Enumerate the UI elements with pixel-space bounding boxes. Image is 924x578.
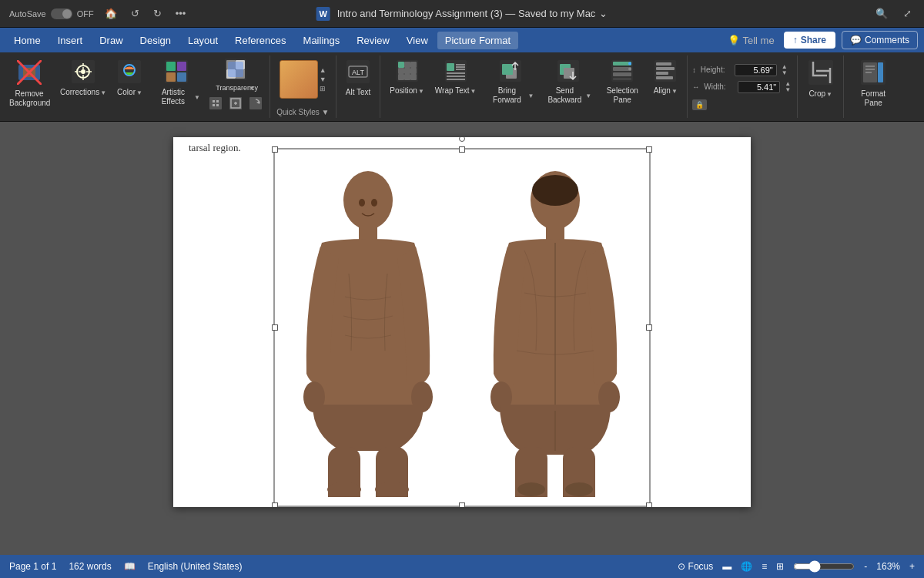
width-down-btn[interactable]: ▼ [783, 87, 792, 93]
focus-button[interactable]: ⊙ Focus [678, 561, 714, 572]
position-button[interactable]: Position ▼ [385, 57, 429, 99]
format-pane-icon [861, 60, 886, 88]
color-button[interactable]: Color ▼ [112, 57, 147, 100]
alt-text-label: Alt Text [346, 88, 371, 97]
format-pane-button[interactable]: Format Pane [849, 57, 898, 111]
ribbon-group-styles-label: Quick Styles ▼ [276, 106, 329, 116]
autosave-switch[interactable] [51, 8, 72, 19]
artistic-effects-button[interactable]: Artistic Effects ▼ [149, 57, 205, 109]
ribbon-group-accessibility: ALT Alt Text [336, 55, 381, 118]
menu-design[interactable]: Design [132, 32, 179, 49]
svg-rect-49 [502, 64, 513, 75]
wrap-text-label: Wrap Text [435, 86, 470, 96]
handle-bc[interactable] [459, 502, 465, 507]
wrap-text-arrow-row: Wrap Text ▼ [435, 86, 477, 96]
artistic-effects-arrow: ▼ [194, 94, 200, 101]
handle-tr[interactable] [646, 146, 652, 153]
ribbon-group-arrange-inner: Position ▼ [385, 57, 682, 116]
menu-mailings[interactable]: Mailings [296, 32, 348, 49]
document-page: tarsal region. [173, 137, 751, 507]
print-layout-btn[interactable]: ▬ [722, 561, 732, 572]
handle-bl[interactable] [272, 502, 278, 507]
comments-button[interactable]: 💬 Comments [842, 31, 918, 49]
autosave-toggle[interactable]: AutoSave OFF [9, 8, 94, 19]
crop-label: Crop [808, 89, 825, 99]
draft-view-btn[interactable]: ⊞ [776, 561, 784, 572]
zoom-slider[interactable] [793, 560, 855, 573]
compress-pictures-button[interactable] [206, 96, 225, 111]
title-bar-left: AutoSave OFF 🏠 ↺ ↻ ••• [9, 6, 189, 21]
artistic-effects-label: Artistic Effects [153, 88, 193, 106]
zoom-out-btn[interactable]: - [864, 561, 867, 572]
color-arrow: ▼ [136, 89, 142, 96]
menu-bar: Home Insert Draw Design Layout Reference… [0, 28, 924, 52]
document-title: Intro and Terminology Assignment (3) — S… [337, 8, 596, 19]
corrections-button[interactable]: Corrections ▼ [55, 57, 111, 100]
align-label: Align [654, 86, 671, 96]
menu-view[interactable]: View [399, 32, 436, 49]
height-down-btn[interactable]: ▼ [780, 70, 789, 76]
anatomy-image-container[interactable] [273, 148, 651, 507]
title-bar-center: W Intro and Terminology Assignment (3) —… [316, 7, 608, 21]
height-label: Height: [701, 66, 732, 74]
wrap-text-button[interactable]: Wrap Text ▼ [430, 57, 481, 99]
share-button[interactable]: ↑ Share [784, 32, 835, 49]
ribbon-group-alt-inner: ALT Alt Text [341, 57, 376, 116]
alt-text-button[interactable]: ALT Alt Text [341, 57, 376, 100]
spell-check-icon[interactable]: 📖 [124, 561, 136, 572]
back-btn[interactable]: 🏠 [102, 6, 120, 21]
lock-aspect-btn[interactable]: 🔒 [692, 99, 707, 110]
svg-rect-12 [166, 62, 176, 71]
height-input[interactable] [735, 64, 777, 76]
svg-rect-31 [404, 62, 410, 68]
transparency-label: Transparency [216, 84, 248, 92]
send-backward-arrow-row: Send Backward ▼ [544, 86, 591, 105]
undo-btn[interactable]: ↺ [128, 6, 142, 21]
menu-picture-format[interactable]: Picture Format [437, 32, 518, 49]
outline-view-btn[interactable]: ≡ [762, 561, 767, 572]
handle-rotate[interactable] [459, 137, 465, 142]
handle-tl[interactable] [272, 146, 278, 153]
send-backward-arrow: ▼ [585, 92, 591, 99]
svg-rect-9 [118, 60, 141, 83]
handle-br[interactable] [646, 502, 652, 507]
change-picture-button[interactable] [226, 96, 245, 111]
align-icon [654, 60, 676, 85]
search-btn[interactable]: 🔍 [872, 6, 891, 21]
svg-point-89 [565, 482, 593, 496]
menu-review[interactable]: Review [349, 32, 397, 49]
format-pane-label: Format Pane [853, 89, 893, 108]
more-btn[interactable]: ••• [172, 6, 189, 21]
artistic-effects-arrow-row: Artistic Effects ▼ [153, 88, 200, 106]
bring-forward-icon [500, 60, 521, 85]
menu-draw[interactable]: Draw [92, 32, 130, 49]
width-input[interactable] [738, 81, 780, 93]
fullscreen-btn[interactable]: ⤢ [900, 6, 915, 21]
selection-pane-button[interactable]: Selection Pane [598, 57, 647, 108]
web-layout-btn[interactable]: 🌐 [741, 561, 752, 572]
menu-layout[interactable]: Layout [180, 32, 226, 49]
quick-styles-button[interactable]: ▲ ▼ ⊞ [275, 57, 331, 102]
handle-mr[interactable] [646, 324, 652, 331]
align-button[interactable]: Align ▼ [648, 57, 682, 99]
comments-label: Comments [865, 35, 909, 45]
status-bar: Page 1 of 1 162 words 📖 English (United … [0, 555, 924, 578]
menu-references[interactable]: References [227, 32, 293, 49]
handle-tc[interactable] [459, 146, 465, 153]
redo-btn[interactable]: ↻ [150, 6, 165, 21]
handle-ml[interactable] [272, 324, 278, 331]
crop-button[interactable]: Crop ▼ [804, 57, 838, 102]
tell-me-btn[interactable]: 💡 Tell me [725, 33, 778, 48]
menu-home[interactable]: Home [6, 32, 49, 49]
transparency-button[interactable]: Transparency ▼ [213, 57, 258, 94]
menu-insert[interactable]: Insert [50, 32, 91, 49]
zoom-percent: 163% [876, 561, 900, 572]
remove-background-button[interactable]: Remove Background [5, 57, 54, 111]
zoom-in-btn[interactable]: + [909, 561, 915, 572]
wrap-text-icon [445, 60, 467, 85]
reset-picture-button[interactable] [246, 96, 265, 111]
bring-forward-button[interactable]: Bring Forward ▼ [482, 57, 538, 108]
autosave-label: AutoSave [9, 9, 46, 18]
selection-pane-icon [611, 60, 633, 85]
send-backward-button[interactable]: Send Backward ▼ [540, 57, 596, 108]
